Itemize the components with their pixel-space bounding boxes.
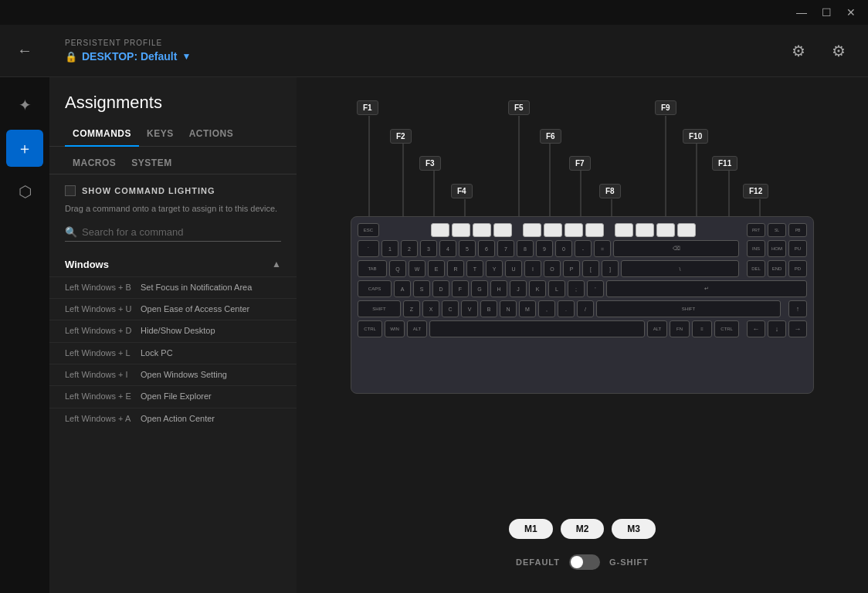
key-up[interactable]: ↑ <box>788 300 807 317</box>
key-3[interactable]: 3 <box>420 240 437 257</box>
subtab-system[interactable]: SYSTEM <box>124 153 179 175</box>
key-lwin[interactable]: WIN <box>385 320 405 337</box>
key-u[interactable]: U <box>505 260 522 277</box>
key-4[interactable]: 4 <box>439 240 456 257</box>
key-y[interactable]: Y <box>486 260 503 277</box>
sidebar-item-lighting[interactable]: ✦ <box>6 86 43 124</box>
key-w[interactable]: W <box>409 260 426 277</box>
key-h[interactable]: H <box>490 280 507 297</box>
fkey-label-f1[interactable]: F1 <box>357 100 378 115</box>
subtab-macros[interactable]: MACROS <box>65 153 124 175</box>
tab-actions[interactable]: ACTIONS <box>181 122 242 147</box>
minimize-button[interactable]: — <box>791 2 812 23</box>
key-prtsc[interactable]: PRT <box>747 223 765 237</box>
list-item[interactable]: Left Windows + B Set Focus in Notificati… <box>49 276 297 298</box>
key-comma[interactable]: , <box>538 300 555 317</box>
fkey-label-f12[interactable]: F12 <box>743 184 768 198</box>
key-s[interactable]: S <box>413 280 430 297</box>
key-minus[interactable]: - <box>575 240 592 257</box>
key-esc[interactable]: ESC <box>358 223 379 237</box>
desktop-selector[interactable]: 🔒 DESKTOP: Default ▼ <box>65 50 191 63</box>
fkey-label-f7[interactable]: F7 <box>569 156 591 171</box>
key-backspace[interactable]: ⌫ <box>613 240 739 257</box>
key-down[interactable]: ↓ <box>768 320 786 337</box>
key-f10[interactable] <box>636 223 654 237</box>
fkey-label-f5[interactable]: F5 <box>508 100 530 115</box>
key-t[interactable]: T <box>466 260 483 277</box>
key-b[interactable]: B <box>480 300 497 317</box>
show-command-lighting-checkbox[interactable] <box>65 185 76 196</box>
key-lctrl[interactable]: CTRL <box>358 320 382 337</box>
key-f1[interactable] <box>431 223 449 237</box>
key-i[interactable]: I <box>524 260 541 277</box>
key-6[interactable]: 6 <box>478 240 495 257</box>
key-insert[interactable]: INS <box>747 240 765 257</box>
fkey-label-f4[interactable]: F4 <box>451 184 473 198</box>
maximize-button[interactable]: ☐ <box>815 2 837 23</box>
key-rctrl[interactable]: CTRL <box>714 320 739 337</box>
key-l[interactable]: L <box>548 280 565 297</box>
key-semicolon[interactable]: ; <box>568 280 585 297</box>
key-q[interactable]: Q <box>389 260 406 277</box>
key-quote[interactable]: ' <box>587 280 604 297</box>
key-end[interactable]: END <box>768 260 786 277</box>
key-r[interactable]: R <box>447 260 464 277</box>
key-o[interactable]: O <box>544 260 561 277</box>
key-f6[interactable] <box>544 223 562 237</box>
key-j[interactable]: J <box>510 280 527 297</box>
key-pgdn[interactable]: PD <box>788 260 807 277</box>
key-f[interactable]: F <box>452 280 469 297</box>
key-f3[interactable] <box>473 223 491 237</box>
macro-key-m1[interactable]: M1 <box>509 519 553 539</box>
key-8[interactable]: 8 <box>517 240 534 257</box>
key-space[interactable] <box>429 320 645 337</box>
fkey-label-f2[interactable]: F2 <box>390 129 412 144</box>
key-p[interactable]: P <box>563 260 580 277</box>
key-ralt[interactable]: ALT <box>647 320 667 337</box>
list-item[interactable]: Left Windows + D Hide/Show Desktop <box>49 320 297 341</box>
key-f11[interactable] <box>656 223 675 237</box>
key-pgup[interactable]: PU <box>788 240 807 257</box>
key-f8[interactable] <box>585 223 604 237</box>
key-period[interactable]: . <box>558 300 575 317</box>
key-scrolllock[interactable]: SL <box>768 223 786 237</box>
key-1[interactable]: 1 <box>381 240 398 257</box>
key-backslash[interactable]: \ <box>621 260 739 277</box>
key-f9[interactable] <box>615 223 633 237</box>
key-tab[interactable]: TAB <box>358 260 387 277</box>
fkey-label-f6[interactable]: F6 <box>540 129 561 144</box>
macro-key-m2[interactable]: M2 <box>561 519 605 539</box>
key-n[interactable]: N <box>500 300 517 317</box>
key-5[interactable]: 5 <box>459 240 476 257</box>
fkey-label-f10[interactable]: F10 <box>683 129 708 144</box>
list-item[interactable]: Left Windows + U Open Ease of Access Cen… <box>49 298 297 320</box>
key-fn[interactable]: FN <box>670 320 690 337</box>
key-equals[interactable]: = <box>594 240 611 257</box>
list-item[interactable]: Left Windows + L Lock PC <box>49 342 297 364</box>
macro-key-m3[interactable]: M3 <box>612 519 656 539</box>
sidebar-item-assignments[interactable]: ＋ <box>6 130 43 167</box>
sidebar-item-layers[interactable]: ⬡ <box>6 173 43 210</box>
key-g[interactable]: G <box>471 280 488 297</box>
key-home[interactable]: HOM <box>768 240 786 257</box>
key-x[interactable]: X <box>422 300 439 317</box>
tab-commands[interactable]: COMMANDS <box>65 122 139 147</box>
user-button[interactable]: ⚙ <box>825 37 853 65</box>
key-e[interactable]: E <box>428 260 445 277</box>
key-z[interactable]: Z <box>403 300 420 317</box>
key-c[interactable]: C <box>442 300 459 317</box>
key-m[interactable]: M <box>519 300 536 317</box>
key-left[interactable]: ← <box>747 320 765 337</box>
key-9[interactable]: 9 <box>536 240 553 257</box>
search-input[interactable] <box>82 226 281 238</box>
key-f2[interactable] <box>452 223 470 237</box>
list-item[interactable]: Left Windows + E Open File Explorer <box>49 385 297 407</box>
key-v[interactable]: V <box>461 300 478 317</box>
key-0[interactable]: 0 <box>555 240 572 257</box>
key-d[interactable]: D <box>432 280 449 297</box>
fkey-label-f3[interactable]: F3 <box>419 156 441 171</box>
key-enter[interactable]: ↵ <box>606 280 807 297</box>
key-rshift[interactable]: SHIFT <box>596 300 781 317</box>
fkey-label-f9[interactable]: F9 <box>655 100 676 115</box>
key-lbracket[interactable]: [ <box>582 260 599 277</box>
